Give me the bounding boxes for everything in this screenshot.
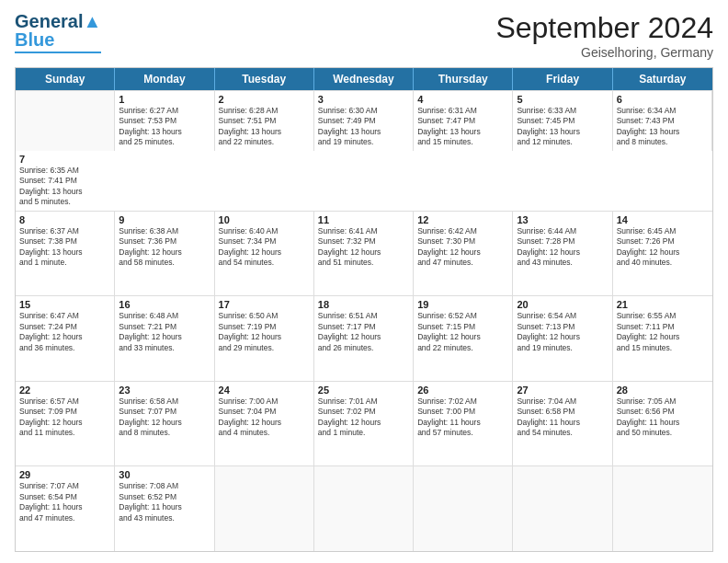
header: General▲ Blue September 2024 Geiselhorin… [15,11,713,60]
cal-cell-7: 7Sunrise: 6:35 AM Sunset: 7:41 PM Daylig… [16,151,115,211]
calendar-row-2: 8Sunrise: 6:37 AM Sunset: 7:38 PM Daylig… [16,211,712,296]
day-number-9: 9 [119,214,210,225]
cal-cell-empty-6 [613,466,712,551]
day-info-2: Sunrise: 6:28 AM Sunset: 7:51 PM Dayligh… [219,106,310,148]
header-day-tuesday: Tuesday [215,68,314,90]
day-info-8: Sunrise: 6:37 AM Sunset: 7:38 PM Dayligh… [19,226,110,269]
day-info-10: Sunrise: 6:40 AM Sunset: 7:34 PM Dayligh… [219,226,310,269]
calendar-row-1: 1Sunrise: 6:27 AM Sunset: 7:53 PM Daylig… [16,90,712,211]
header-day-friday: Friday [513,68,612,90]
day-info-26: Sunrise: 7:02 AM Sunset: 7:00 PM Dayligh… [417,396,508,439]
day-number-10: 10 [219,214,310,225]
day-number-1: 1 [119,94,210,105]
cal-cell-15: 15Sunrise: 6:47 AM Sunset: 7:24 PM Dayli… [16,296,115,381]
calendar-row-4: 22Sunrise: 6:57 AM Sunset: 7:09 PM Dayli… [16,381,712,466]
cal-cell-28: 28Sunrise: 7:05 AM Sunset: 6:56 PM Dayli… [613,382,712,466]
location-subtitle: Geiselhoring, Germany [495,45,713,60]
logo-blue-text: Blue [15,29,54,51]
cal-cell-2: 2Sunrise: 6:28 AM Sunset: 7:51 PM Daylig… [215,91,314,151]
day-number-13: 13 [517,214,608,225]
cal-cell-21: 21Sunrise: 6:55 AM Sunset: 7:11 PM Dayli… [613,296,712,381]
header-day-saturday: Saturday [613,68,712,90]
cal-cell-25: 25Sunrise: 7:01 AM Sunset: 7:02 PM Dayli… [314,382,414,466]
day-number-20: 20 [517,299,608,310]
day-info-6: Sunrise: 6:34 AM Sunset: 7:43 PM Dayligh… [617,106,708,148]
day-number-22: 22 [19,385,110,396]
day-number-4: 4 [417,94,508,105]
day-number-26: 26 [417,385,508,396]
cal-cell-9: 9Sunrise: 6:38 AM Sunset: 7:36 PM Daylig… [115,212,214,296]
day-number-16: 16 [119,299,210,310]
calendar-row-3: 15Sunrise: 6:47 AM Sunset: 7:24 PM Dayli… [16,295,712,381]
day-number-23: 23 [119,385,210,396]
day-info-18: Sunrise: 6:51 AM Sunset: 7:17 PM Dayligh… [318,311,409,353]
title-block: September 2024 Geiselhoring, Germany [495,11,713,60]
logo-text: General▲ [15,11,101,31]
cal-cell-13: 13Sunrise: 6:44 AM Sunset: 7:28 PM Dayli… [513,212,612,296]
day-info-21: Sunrise: 6:55 AM Sunset: 7:11 PM Dayligh… [617,311,709,353]
day-number-27: 27 [517,385,608,396]
day-info-22: Sunrise: 6:57 AM Sunset: 7:09 PM Dayligh… [19,396,110,439]
cal-cell-30: 30Sunrise: 7:08 AM Sunset: 6:52 PM Dayli… [115,466,214,551]
day-number-25: 25 [318,385,409,396]
cal-cell-29: 29Sunrise: 7:07 AM Sunset: 6:54 PM Dayli… [16,466,115,551]
cal-cell-1: 1Sunrise: 6:27 AM Sunset: 7:53 PM Daylig… [115,91,214,151]
day-info-1: Sunrise: 6:27 AM Sunset: 7:53 PM Dayligh… [119,106,210,148]
day-number-17: 17 [219,299,310,310]
day-info-27: Sunrise: 7:04 AM Sunset: 6:58 PM Dayligh… [517,396,608,439]
cal-cell-5: 5Sunrise: 6:33 AM Sunset: 7:45 PM Daylig… [513,91,612,151]
cal-cell-6: 6Sunrise: 6:34 AM Sunset: 7:43 PM Daylig… [613,91,712,151]
day-info-3: Sunrise: 6:30 AM Sunset: 7:49 PM Dayligh… [318,106,409,148]
cal-cell-empty-5 [513,466,612,551]
calendar-header: SundayMondayTuesdayWednesdayThursdayFrid… [16,68,712,90]
day-info-23: Sunrise: 6:58 AM Sunset: 7:07 PM Dayligh… [119,396,210,439]
day-info-24: Sunrise: 7:00 AM Sunset: 7:04 PM Dayligh… [219,396,310,439]
calendar-row-5: 29Sunrise: 7:07 AM Sunset: 6:54 PM Dayli… [16,465,712,551]
day-number-15: 15 [19,299,110,310]
month-title: September 2024 [495,11,713,45]
day-number-2: 2 [219,94,310,105]
day-number-24: 24 [219,385,310,396]
header-day-monday: Monday [115,68,214,90]
day-number-21: 21 [617,299,709,310]
cal-cell-3: 3Sunrise: 6:30 AM Sunset: 7:49 PM Daylig… [314,91,414,151]
day-info-4: Sunrise: 6:31 AM Sunset: 7:47 PM Dayligh… [417,106,508,148]
cal-cell-8: 8Sunrise: 6:37 AM Sunset: 7:38 PM Daylig… [16,212,115,296]
calendar-body: 1Sunrise: 6:27 AM Sunset: 7:53 PM Daylig… [16,90,712,551]
day-info-14: Sunrise: 6:45 AM Sunset: 7:26 PM Dayligh… [617,226,709,269]
day-info-12: Sunrise: 6:42 AM Sunset: 7:30 PM Dayligh… [417,226,508,269]
day-info-25: Sunrise: 7:01 AM Sunset: 7:02 PM Dayligh… [318,396,409,439]
day-number-5: 5 [517,94,608,105]
cal-cell-22: 22Sunrise: 6:57 AM Sunset: 7:09 PM Dayli… [16,382,115,466]
day-number-8: 8 [19,214,110,225]
page: General▲ Blue September 2024 Geiselhorin… [0,0,728,563]
header-day-thursday: Thursday [414,68,513,90]
cal-cell-23: 23Sunrise: 6:58 AM Sunset: 7:07 PM Dayli… [115,382,214,466]
logo: General▲ Blue [15,11,101,53]
cal-cell-4: 4Sunrise: 6:31 AM Sunset: 7:47 PM Daylig… [414,91,513,151]
cal-cell-14: 14Sunrise: 6:45 AM Sunset: 7:26 PM Dayli… [613,212,712,296]
day-number-28: 28 [617,385,709,396]
day-number-14: 14 [617,214,709,225]
day-info-28: Sunrise: 7:05 AM Sunset: 6:56 PM Dayligh… [617,396,709,439]
cal-cell-12: 12Sunrise: 6:42 AM Sunset: 7:30 PM Dayli… [414,212,513,296]
cal-cell-17: 17Sunrise: 6:50 AM Sunset: 7:19 PM Dayli… [215,296,314,381]
day-number-7: 7 [19,154,111,165]
cal-cell-empty-3 [314,466,414,551]
day-info-9: Sunrise: 6:38 AM Sunset: 7:36 PM Dayligh… [119,226,210,269]
header-day-wednesday: Wednesday [314,68,414,90]
cal-cell-16: 16Sunrise: 6:48 AM Sunset: 7:21 PM Dayli… [115,296,214,381]
calendar: SundayMondayTuesdayWednesdayThursdayFrid… [15,67,713,552]
cal-cell-empty [16,91,115,151]
day-info-7: Sunrise: 6:35 AM Sunset: 7:41 PM Dayligh… [19,166,111,208]
day-info-15: Sunrise: 6:47 AM Sunset: 7:24 PM Dayligh… [19,311,110,353]
header-day-sunday: Sunday [16,68,115,90]
day-info-30: Sunrise: 7:08 AM Sunset: 6:52 PM Dayligh… [119,481,210,523]
day-number-12: 12 [417,214,508,225]
day-number-18: 18 [318,299,409,310]
day-number-30: 30 [119,469,210,480]
logo-underline [15,52,101,53]
day-number-19: 19 [417,299,508,310]
cal-cell-20: 20Sunrise: 6:54 AM Sunset: 7:13 PM Dayli… [513,296,612,381]
day-info-13: Sunrise: 6:44 AM Sunset: 7:28 PM Dayligh… [517,226,608,269]
